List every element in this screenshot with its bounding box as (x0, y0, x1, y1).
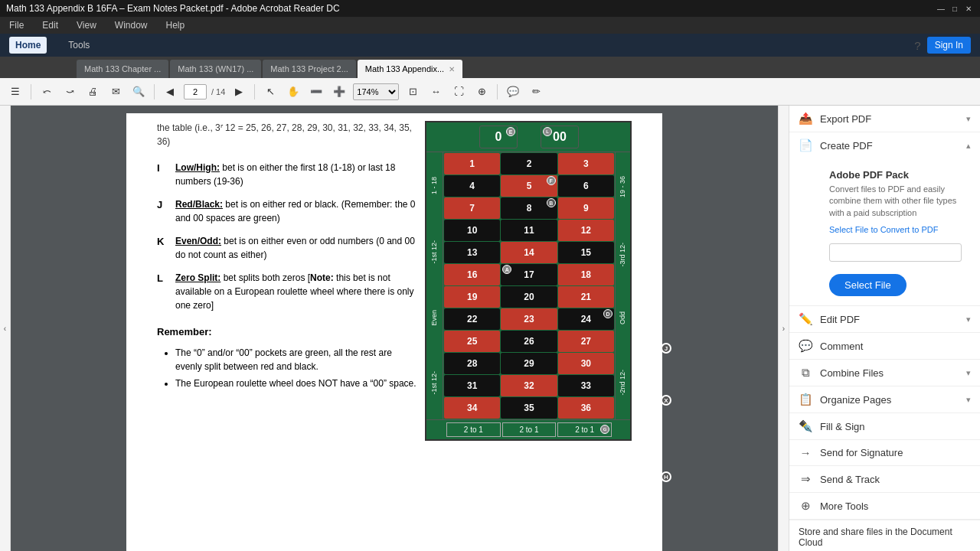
cell-19[interactable]: 19 (444, 286, 500, 308)
cell-15[interactable]: 15 (558, 242, 614, 263)
marker-d: D (603, 309, 612, 318)
cell-24[interactable]: 24 D (558, 308, 614, 330)
cell-4[interactable]: 4 (444, 175, 500, 197)
menu-help[interactable]: Help (163, 18, 188, 32)
left-panel-collapse[interactable]: ‹ (0, 106, 11, 551)
comment-item[interactable]: 💬 Comment (789, 333, 980, 359)
next-page-icon[interactable]: ▶ (230, 83, 248, 101)
cell-33[interactable]: 33 (558, 375, 614, 396)
cell-2[interactable]: 2 (501, 153, 557, 174)
cell-32[interactable]: 32 (501, 375, 557, 396)
topbar-home[interactable]: Home (9, 37, 47, 54)
bottom-2to1-mid[interactable]: 2 to 1 (502, 422, 557, 437)
cell-27[interactable]: 27 (558, 331, 614, 352)
page-input[interactable] (184, 84, 207, 99)
tab-close-icon[interactable]: ✕ (449, 65, 455, 73)
double-zero-cell[interactable]: 00 L (541, 126, 579, 148)
cursor-tool-icon[interactable]: ↖ (261, 83, 279, 101)
zoom-in-icon[interactable]: ➕ (330, 83, 348, 101)
cell-21[interactable]: 21 (558, 286, 614, 308)
draw-icon[interactable]: ✏ (527, 83, 545, 101)
bottom-2to1-right[interactable]: 2 to 1 G (557, 422, 612, 437)
create-pdf-item[interactable]: 📄 Create PDF ▴ (789, 132, 980, 158)
export-pdf-item[interactable]: 📤 Export PDF ▾ (789, 106, 980, 132)
cell-26[interactable]: 26 (501, 331, 557, 352)
fit-page-icon[interactable]: ⊡ (403, 83, 422, 101)
cell-9[interactable]: 9 (558, 197, 614, 219)
select-file-button[interactable]: Select File (829, 274, 906, 296)
prev-page-icon[interactable]: ◀ (161, 83, 179, 101)
zoom-select[interactable]: 174% 100% 125% 150% (353, 83, 399, 100)
zero-cell[interactable]: 0 E (479, 126, 518, 148)
cell-14[interactable]: 14 (501, 242, 557, 263)
cell-12[interactable]: 12 (558, 220, 614, 241)
close-button[interactable]: ✕ (963, 3, 974, 14)
comment-icon[interactable]: 💬 (504, 83, 522, 101)
tab-2[interactable]: Math 133 Project 2... (263, 60, 356, 78)
cell-30[interactable]: 30 (558, 353, 614, 374)
menu-window[interactable]: Window (112, 18, 151, 32)
convert-input[interactable] (829, 243, 962, 262)
forward-icon[interactable]: ⤻ (60, 83, 79, 101)
cell-8[interactable]: 8 B (501, 197, 557, 219)
menu-edit[interactable]: Edit (39, 18, 61, 32)
menu-file[interactable]: File (6, 18, 27, 32)
hand-tool-icon[interactable]: ✋ (284, 83, 302, 101)
maximize-button[interactable]: □ (949, 3, 960, 14)
full-screen-icon[interactable]: ⛶ (449, 83, 468, 101)
right-panel-collapse[interactable]: › (778, 106, 789, 551)
cell-13[interactable]: 13 (444, 242, 500, 263)
cell-34[interactable]: 34 (444, 397, 500, 419)
combine-files-item[interactable]: ⧉ Combine Files ▾ (789, 360, 980, 386)
cell-22[interactable]: 22 (444, 308, 500, 330)
cell-18[interactable]: 18 (558, 264, 614, 285)
cell-25[interactable]: 25 (444, 331, 500, 352)
toolbar-menu-icon[interactable]: ☰ (6, 83, 24, 101)
email-icon[interactable]: ✉ (106, 83, 125, 101)
search-icon[interactable]: 🔍 (129, 83, 148, 101)
send-track-item[interactable]: ⇒ Send & Track (789, 466, 980, 492)
more-tools-item[interactable]: ⊕ More Tools (789, 493, 980, 519)
cell-11[interactable]: 11 (501, 220, 557, 241)
sign-in-button[interactable]: Sign In (927, 37, 971, 54)
cell-1[interactable]: 1 (444, 153, 500, 174)
cell-17[interactable]: 17 A (501, 264, 557, 285)
combine-icon: ⧉ (799, 366, 812, 380)
fit-width-icon[interactable]: ↔ (426, 83, 445, 101)
tab-3[interactable]: Math 133 Appendix... ✕ (358, 60, 462, 78)
cell-7[interactable]: 7 (444, 197, 500, 219)
section-letter-j: J (157, 197, 169, 213)
pan-icon[interactable]: ⊕ (472, 83, 491, 101)
tab-1[interactable]: Math 133 (WN17) ... (170, 60, 261, 78)
back-icon[interactable]: ⤺ (38, 83, 56, 101)
cell-5[interactable]: 5 F (501, 175, 557, 197)
cell-20[interactable]: 20 (501, 286, 557, 308)
cell-31[interactable]: 31 (444, 375, 500, 396)
cell-6[interactable]: 6 (558, 175, 614, 197)
cell-36[interactable]: 36 (558, 397, 614, 419)
help-icon[interactable]: ? (914, 39, 920, 52)
cell-29[interactable]: 29 (501, 353, 557, 374)
select-file-link[interactable]: Select File to Convert to PDF (820, 225, 971, 240)
zoom-out-icon[interactable]: ➖ (307, 83, 325, 101)
pdf-area[interactable]: the table (i.e., 3ʳ 12 = 25, 26, 27, 28,… (11, 106, 778, 551)
menu-view[interactable]: View (74, 18, 100, 32)
more-tools-icon: ⊕ (799, 499, 812, 513)
tab-0[interactable]: Math 133 Chapter ... (77, 60, 168, 78)
cell-35[interactable]: 35 (501, 397, 557, 419)
cell-10[interactable]: 10 (444, 220, 500, 241)
cell-16[interactable]: 16 (444, 264, 500, 285)
topbar-tools[interactable]: Tools (62, 37, 96, 54)
organize-pages-item[interactable]: 📋 Organize Pages ▾ (789, 386, 980, 412)
cell-28[interactable]: 28 (444, 353, 500, 374)
minimize-button[interactable]: — (936, 3, 946, 14)
edit-pdf-item[interactable]: ✏️ Edit PDF ▾ (789, 306, 980, 332)
marker-l: L (543, 127, 552, 136)
send-signature-item[interactable]: → Send for Signature (789, 440, 980, 465)
fill-sign-item[interactable]: ✒️ Fill & Sign (789, 413, 980, 439)
cell-3[interactable]: 3 (558, 153, 614, 174)
cell-23[interactable]: 23 (501, 308, 557, 330)
print-icon[interactable]: 🖨 (83, 83, 102, 101)
organize-arrow: ▾ (966, 395, 971, 405)
bottom-2to1-left[interactable]: 2 to 1 (446, 422, 501, 437)
